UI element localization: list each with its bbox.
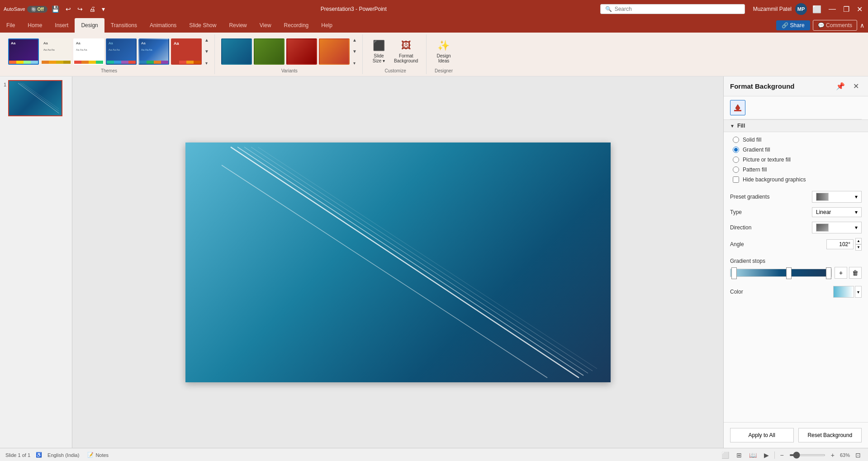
design-ideas-button[interactable]: ✨ DesignIdeas <box>433 38 454 65</box>
gradient-fill-radio[interactable] <box>733 147 739 153</box>
tab-view[interactable]: View <box>253 18 278 33</box>
themes-scroll-up[interactable]: ▲ <box>204 37 210 43</box>
title-bar: AutoSave 🔘 Off 💾 ↩ ↪ 🖨 ▾ Presentation3 -… <box>0 0 868 18</box>
tab-help[interactable]: Help <box>315 18 339 33</box>
ribbon-collapse-button[interactable]: ∧ <box>860 22 864 29</box>
tab-animations[interactable]: Animations <box>143 18 183 33</box>
angle-up[interactable]: ▲ <box>855 238 862 244</box>
tab-insert[interactable]: Insert <box>48 18 75 33</box>
comments-button[interactable]: 💬 Comments <box>813 20 857 31</box>
hide-bg-option[interactable]: Hide background graphics <box>733 176 859 183</box>
fill-icon-button[interactable] <box>730 100 745 115</box>
hide-bg-checkbox[interactable] <box>733 176 739 183</box>
variant-item-2[interactable] <box>254 38 285 65</box>
tab-slideshow[interactable]: Slide Show <box>183 18 223 33</box>
variant-item-3[interactable] <box>286 38 317 65</box>
variant-item-1[interactable] <box>221 38 252 65</box>
title-actions: 🔍 Muzammil Patel MP ⬜ — ❐ ✕ <box>600 3 864 15</box>
add-gradient-stop-button[interactable]: + <box>835 267 847 279</box>
preset-gradients-button[interactable]: ▾ <box>812 191 862 203</box>
variants-scroll-up[interactable]: ▲ <box>351 37 358 43</box>
fill-section-header[interactable]: ▼ Fill <box>724 119 868 132</box>
zoom-out-button[interactable]: − <box>778 451 786 460</box>
picture-fill-radio[interactable] <box>733 157 739 163</box>
undo-button[interactable]: ↩ <box>63 5 73 14</box>
color-swatch-button[interactable] <box>833 286 854 298</box>
variants-scroll-down[interactable]: ▼ <box>351 48 358 55</box>
type-dropdown[interactable]: Linear ▾ <box>812 207 862 217</box>
autosave-toggle[interactable]: 🔘 Off <box>27 6 47 13</box>
slide-sorter-button[interactable]: ⊞ <box>735 451 744 460</box>
search-bar[interactable]: 🔍 <box>600 4 745 14</box>
themes-scroll-arrows: ▲ ▼ ▾ <box>204 36 210 67</box>
notes-button[interactable]: 📝 Notes <box>85 451 111 459</box>
color-dropdown-button[interactable]: ▾ <box>855 286 862 298</box>
zoom-bar <box>789 454 825 456</box>
ribbon-display-button[interactable]: ⬜ <box>811 3 823 15</box>
designer-items: ✨ DesignIdeas <box>433 34 454 68</box>
tab-design[interactable]: Design <box>75 18 104 33</box>
slide-thumbnail[interactable] <box>8 80 62 116</box>
tab-home[interactable]: Home <box>21 18 48 33</box>
tab-recording[interactable]: Recording <box>278 18 315 33</box>
customize-qs-button[interactable]: ▾ <box>100 5 107 14</box>
gradient-stop-mid[interactable] <box>786 267 792 279</box>
fit-slide-button[interactable]: ⊡ <box>854 451 863 460</box>
accessibility-icon[interactable]: ♿ <box>36 452 42 458</box>
minimize-button[interactable]: — <box>827 3 838 15</box>
restore-button[interactable]: ❐ <box>841 3 851 15</box>
variant-item-4[interactable] <box>319 38 350 65</box>
zoom-slider[interactable] <box>789 454 825 456</box>
theme-item-3[interactable]: Aa Aa Aa Aa <box>73 38 104 65</box>
solid-fill-option[interactable]: Solid fill <box>733 137 859 143</box>
panel-close-button[interactable]: ✕ <box>850 81 862 91</box>
direction-control: ▾ <box>812 222 862 233</box>
close-button[interactable]: ✕ <box>855 3 864 15</box>
theme-item-1[interactable]: Aa <box>8 38 39 65</box>
share-button[interactable]: 🔗 Share <box>776 20 810 30</box>
theme-item-4[interactable]: Aa Aa Aa Aa <box>106 38 137 65</box>
pattern-fill-radio[interactable] <box>733 166 739 173</box>
search-input[interactable] <box>615 6 732 12</box>
normal-view-button[interactable]: ⬜ <box>720 451 731 460</box>
picture-fill-option[interactable]: Picture or texture fill <box>733 157 859 163</box>
gradient-stop-right[interactable] <box>826 267 831 279</box>
angle-down[interactable]: ▼ <box>855 244 862 251</box>
fill-options: Solid fill Gradient fill Picture or text… <box>724 132 868 187</box>
redo-button[interactable]: ↪ <box>75 5 85 14</box>
panel-pin-button[interactable]: 📌 <box>833 81 848 91</box>
slideshow-view-button[interactable]: ▶ <box>762 451 771 460</box>
tab-transitions[interactable]: Transitions <box>104 18 143 33</box>
theme-item-6[interactable]: Aa <box>171 38 202 65</box>
customize-group: ⬛ SlideSize ▾ 🖼 FormatBackground Customi… <box>365 34 427 74</box>
zoom-in-button[interactable]: + <box>829 451 836 460</box>
user-avatar[interactable]: MP <box>795 3 807 15</box>
variants-more[interactable]: ▾ <box>351 60 358 67</box>
themes-more[interactable]: ▾ <box>204 60 210 67</box>
slide-size-button[interactable]: ⬛ SlideSize ▾ <box>369 38 389 65</box>
angle-input[interactable] <box>826 239 854 249</box>
gradient-bar[interactable] <box>730 269 832 277</box>
gradient-fill-option[interactable]: Gradient fill <box>733 147 859 153</box>
direction-button[interactable]: ▾ <box>812 222 862 233</box>
canvas-area[interactable] <box>72 76 723 448</box>
solid-fill-radio[interactable] <box>733 137 739 143</box>
slide-canvas[interactable] <box>185 143 611 382</box>
direction-preview <box>816 223 829 232</box>
reset-background-button[interactable]: Reset Background <box>798 428 862 442</box>
apply-to-all-button[interactable]: Apply to All <box>730 428 794 442</box>
tab-file[interactable]: File <box>0 18 21 33</box>
theme-item-2[interactable]: Aa Aa Aa Aa <box>41 38 71 65</box>
svg-line-2 <box>23 83 59 109</box>
tab-review[interactable]: Review <box>223 18 253 33</box>
themes-scroll-down[interactable]: ▼ <box>204 48 210 55</box>
notes-icon: 📝 <box>87 452 94 458</box>
remove-gradient-stop-button[interactable]: 🗑 <box>849 267 862 279</box>
save-button[interactable]: 💾 <box>49 5 62 14</box>
theme-item-5[interactable]: Aa Aa Aa Aa <box>138 38 169 65</box>
print-button[interactable]: 🖨 <box>87 5 98 14</box>
gradient-stop-left[interactable] <box>731 267 737 279</box>
reading-view-button[interactable]: 📖 <box>747 451 759 460</box>
pattern-fill-option[interactable]: Pattern fill <box>733 166 859 173</box>
format-background-ribbon-button[interactable]: 🖼 FormatBackground <box>390 38 422 65</box>
